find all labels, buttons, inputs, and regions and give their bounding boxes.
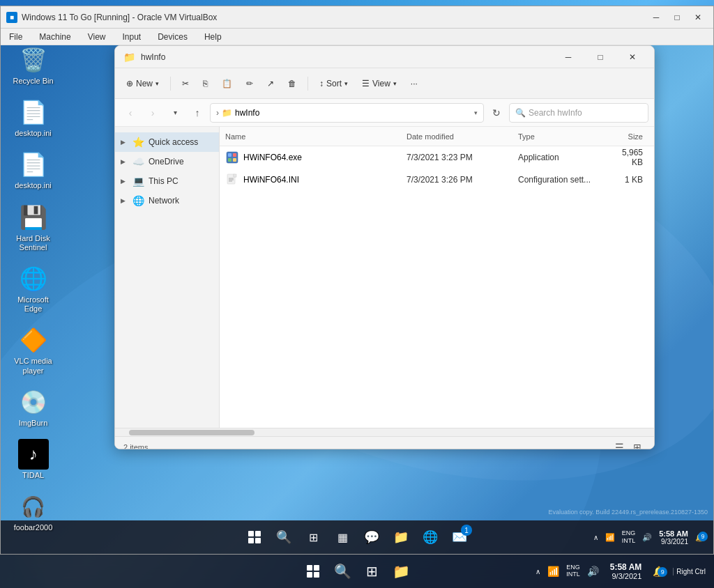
vm-widgets-button[interactable]: ▦: [328, 523, 356, 551]
explorer-close-button[interactable]: ✕: [616, 46, 648, 68]
host-file-explorer-button[interactable]: 📁: [387, 557, 415, 585]
vm-edge-button[interactable]: 🌐: [416, 523, 444, 551]
sidebar-item-network[interactable]: ▶ 🌐 Network: [115, 191, 219, 210]
vm-start-button[interactable]: [241, 523, 268, 551]
sidebar-item-quick-access[interactable]: ▶ ⭐ Quick access: [115, 132, 219, 152]
cut-button[interactable]: ✂: [176, 72, 195, 95]
desktop-icon-desktop-ini-1[interactable]: 📄 desktop.ini: [7, 94, 59, 141]
vm-chat-icon: 💬: [364, 529, 379, 545]
notification-count: 9: [698, 532, 708, 541]
vm-widgets-icon: ▦: [337, 531, 348, 544]
desktop-icon-tidal[interactable]: ♪ TIDAL: [7, 436, 59, 483]
vbox-title-left: ■ Windows 11 To Go [Running] - Oracle VM…: [6, 12, 217, 23]
host-taskview-button[interactable]: ⊞: [358, 557, 386, 585]
desktop-icon-edge[interactable]: 🌐 Microsoft Edge: [7, 261, 59, 316]
list-view-button[interactable]: ☰: [611, 440, 628, 450]
explorer-window: 📁 hwInfo ─ □ ✕ ⊕ New: [114, 45, 655, 449]
share-button[interactable]: ↗: [261, 72, 280, 95]
vm-file-explorer-button[interactable]: 📁: [387, 523, 415, 551]
forward-button[interactable]: ›: [143, 103, 162, 123]
host-lang-indicator[interactable]: ENGINTL: [563, 563, 583, 580]
column-date[interactable]: Date modified: [407, 132, 518, 141]
tile-view-button[interactable]: ⊞: [629, 440, 646, 450]
explorer-maximize-button[interactable]: □: [584, 46, 616, 68]
file-row-hwinfo64-exe[interactable]: HWiNFO64.exe 7/3/2021 3:23 PM Applicatio…: [220, 146, 654, 169]
scrollbar-thumb[interactable]: [129, 430, 255, 435]
file-type-exe: Application: [518, 153, 616, 162]
recent-locations-button[interactable]: ▾: [165, 103, 185, 123]
vm-lang-indicator[interactable]: ENGINTL: [619, 528, 639, 546]
vbox-menu-view[interactable]: View: [85, 31, 109, 43]
vbox-menu-help[interactable]: Help: [202, 31, 225, 43]
new-button[interactable]: ⊕ New ▾: [121, 72, 165, 95]
address-folder-name: hwInfo: [235, 108, 259, 118]
explorer-minimize-button[interactable]: ─: [552, 46, 584, 68]
vbox-close-button[interactable]: ✕: [688, 10, 708, 25]
vbox-menu-file[interactable]: File: [6, 31, 25, 43]
file-name-text-ini: HWiNFO64.INI: [243, 175, 299, 185]
vbox-window: ■ Windows 11 To Go [Running] - Oracle VM…: [0, 6, 714, 555]
file-icon-ini: [225, 173, 239, 187]
view-button[interactable]: ☰ View ▾: [356, 72, 402, 95]
vm-tray-chevron[interactable]: ∧: [591, 532, 601, 543]
column-name[interactable]: Name: [225, 132, 407, 141]
vm-speaker-icon[interactable]: 🔊: [639, 532, 655, 543]
onedrive-arrow: ▶: [121, 158, 128, 165]
refresh-button[interactable]: ↻: [487, 103, 506, 123]
column-size[interactable]: Size: [616, 132, 648, 141]
up-button[interactable]: ↑: [188, 103, 207, 123]
vbox-menubar: File Machine View Input Devices Help: [1, 29, 713, 45]
host-windows-logo-icon: [307, 565, 319, 578]
back-button[interactable]: ‹: [121, 103, 140, 123]
desktop-icon-imgburn[interactable]: 💿 ImgBurn: [7, 384, 59, 431]
search-bar[interactable]: 🔍 Search hwInfo: [509, 103, 648, 123]
sidebar-item-onedrive[interactable]: ▶ ☁️ OneDrive: [115, 152, 219, 171]
paste-button[interactable]: 📋: [216, 72, 238, 95]
vm-mail-button[interactable]: ✉️ 1: [446, 523, 473, 551]
vm-chat-button[interactable]: 💬: [358, 523, 386, 551]
column-type[interactable]: Type: [518, 132, 616, 141]
vbox-titlebar: ■ Windows 11 To Go [Running] - Oracle VM…: [1, 6, 713, 29]
host-network-icon[interactable]: 📶: [545, 564, 562, 578]
vm-notification-button[interactable]: 🔔 9: [692, 532, 708, 543]
host-taskbar-center: 🔍 ⊞ 📁: [299, 557, 415, 585]
address-bar[interactable]: › 📁 hwInfo ▾: [210, 103, 484, 123]
more-button[interactable]: ···: [405, 72, 423, 95]
vm-date: 9/3/2021: [659, 538, 688, 546]
explorer-title-text: hwInfo: [141, 52, 165, 62]
vm-network-icon[interactable]: 📶: [602, 532, 618, 543]
vbox-maximize-button[interactable]: □: [667, 10, 687, 25]
file-row-hwinfo64-ini[interactable]: HWiNFO64.INI 7/3/2021 3:26 PM Configurat…: [220, 169, 654, 191]
host-search-button[interactable]: 🔍: [328, 557, 356, 585]
vlc-icon: 🔶: [18, 325, 49, 355]
network-icon: 🌐: [132, 195, 144, 206]
vbox-minimize-button[interactable]: ─: [646, 10, 666, 25]
onedrive-label: OneDrive: [149, 157, 184, 167]
svg-rect-5: [228, 158, 231, 162]
sidebar-item-this-pc[interactable]: ▶ 💻 This PC: [115, 171, 219, 191]
new-dropdown-icon: ▾: [155, 80, 159, 87]
foobar2000-icon: 🎧: [18, 491, 49, 522]
desktop-icon-recycle-bin[interactable]: 🗑️ Recycle Bin: [7, 42, 59, 88]
host-tray-chevron[interactable]: ∧: [533, 566, 543, 577]
vm-search-button[interactable]: 🔍: [270, 523, 298, 551]
vbox-menu-machine[interactable]: Machine: [36, 31, 73, 43]
delete-button[interactable]: 🗑: [282, 72, 302, 95]
desktop-icon-foobar2000[interactable]: 🎧 foobar2000: [7, 488, 59, 535]
host-speaker-icon[interactable]: 🔊: [584, 564, 602, 578]
explorer-titlebar: 📁 hwInfo ─ □ ✕: [115, 46, 654, 68]
sort-button[interactable]: ↕ Sort ▾: [314, 72, 354, 95]
vbox-menu-devices[interactable]: Devices: [155, 31, 190, 43]
host-start-button[interactable]: [299, 557, 327, 585]
vm-taskview-button[interactable]: ⊞: [299, 523, 327, 551]
vbox-menu-input[interactable]: Input: [120, 31, 144, 43]
vbox-icon: ■: [6, 12, 17, 23]
copy-button[interactable]: ⎘: [197, 72, 213, 95]
vm-clock[interactable]: 5:58 AM 9/3/2021: [656, 529, 691, 546]
desktop-icon-hard-disk-sentinel[interactable]: 💾 Hard Disk Sentinel: [7, 199, 59, 255]
host-clock[interactable]: 5:58 AM 9/3/2021: [605, 562, 648, 580]
desktop-icon-desktop-ini-2[interactable]: 📄 desktop.ini: [7, 146, 59, 193]
rename-button[interactable]: ✏: [241, 72, 259, 95]
desktop-icon-vlc[interactable]: 🔶 VLC media player: [7, 322, 59, 378]
explorer-win-buttons: ─ □ ✕: [552, 46, 648, 68]
